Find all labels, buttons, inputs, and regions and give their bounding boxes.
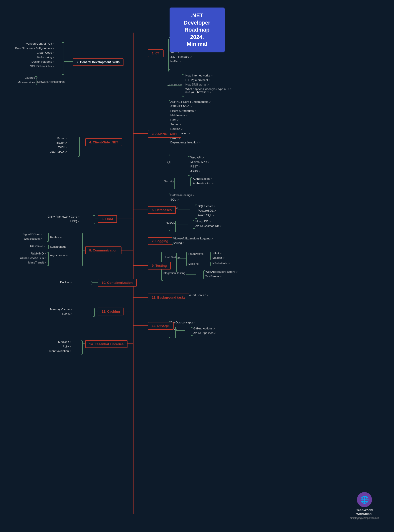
gendev-node: 2. General Development Skills — [73, 58, 123, 66]
gendev-item-1: Data Structures & Algorithms — [15, 47, 55, 50]
client-conn — [80, 142, 85, 142]
db-hline — [133, 210, 148, 210]
esslib-conn — [83, 343, 85, 344]
gendev-item-3: Refactoring — [15, 56, 55, 59]
security-label: Security — [164, 180, 174, 183]
svc-items: GitHub Actions Azure Pipelines — [193, 327, 216, 334]
esslib-item-2: Fluent Validation — [48, 349, 71, 352]
orm-brace — [93, 215, 95, 224]
aspnet-label: 3. ASP.NET Core — [152, 132, 177, 136]
nosql-item-0: MongoDB — [195, 220, 222, 223]
comm-conn — [83, 250, 85, 250]
db-node: 5. Databases — [148, 206, 176, 214]
api-item-3: JSON — [190, 169, 210, 172]
client-label: 4. Client-Side .NET — [89, 140, 118, 144]
wb-hconn — [167, 85, 182, 85]
arch-items: Layered Microservices — [18, 76, 38, 84]
aspnet-hline — [133, 133, 148, 134]
svc-item-1: Azure Pipelines — [193, 331, 216, 334]
devops-node: 13. DevOps — [148, 322, 174, 330]
devops-main-items: DevOps concepts — [170, 321, 196, 324]
esslib-node: 14. Essential Libraries — [85, 340, 127, 348]
log-item-0: Microsoft.Extensions.Logging — [173, 237, 213, 240]
int-label: Integration Testing — [163, 272, 185, 275]
main-container: .NET Developer Roadmap 2024. Minimal 1. … — [0, 0, 394, 532]
esslib-item-0: MediatR — [48, 340, 71, 343]
cache-conn — [95, 311, 98, 311]
devops-item-0: DevOps concepts — [170, 321, 196, 324]
api-hconn — [171, 163, 183, 163]
sec-brace — [190, 177, 192, 186]
arch-label: Software Architectures — [37, 80, 65, 83]
wb-vconn — [167, 85, 167, 134]
log-items: Microsoft.Extensions.Logging Serilog — [173, 237, 213, 244]
wb-item-2: How DNS works — [185, 83, 235, 86]
aspnet-item-3: Middleware — [170, 114, 211, 117]
api-brace — [188, 156, 190, 176]
fw-items: xUnit MSTest — [212, 252, 225, 259]
mock-items: NSubstitute — [212, 262, 230, 265]
wb-item-1: HTTP(S) protocol — [185, 78, 235, 81]
test-node: 9. Testing — [148, 262, 171, 270]
async-label: Asynchronous — [50, 254, 68, 257]
csharp-item-5: NuGet — [170, 60, 197, 63]
bg-label: 11. Background tasks — [152, 296, 185, 299]
cache-item-1: Redis — [50, 312, 72, 315]
log-node: 7. Logging — [148, 237, 172, 245]
client-item-2: WPF — [50, 146, 67, 149]
cache-node: 12. Caching — [98, 308, 124, 315]
gendev-item-5: SOLID Principles — [15, 65, 55, 68]
int-hconn — [186, 274, 196, 275]
gendev-conn — [64, 61, 73, 62]
api-item-2: REST — [190, 165, 210, 168]
db-item-1: SQL — [170, 198, 195, 201]
csharp-item-4: .NET Standard — [170, 55, 197, 58]
gendev-label: 2. General Development Skills — [77, 60, 119, 64]
orm-item-0: Entity Framework Core — [48, 215, 80, 218]
rel-item-2: Azure SQL — [198, 214, 216, 217]
async-item-0: RabbitMQ — [20, 252, 46, 255]
client-brace — [78, 137, 80, 157]
page-title: .NET Developer Roadmap 2024. Minimal — [170, 8, 225, 52]
aspnet-item-5: Server — [170, 123, 211, 126]
sync-item-0: HttpClient — [30, 245, 45, 248]
nosql-vconn — [175, 221, 176, 232]
api-item-0: Web API — [190, 156, 210, 159]
test-label: 9. Testing — [152, 264, 167, 268]
rel-item-0: SQL Server — [198, 205, 216, 208]
client-items: Razor Blazor WPF .NET MAUI — [50, 137, 67, 153]
nosql-items: MongoDB Azure Cosmos DB — [195, 220, 222, 227]
comm-main-brace — [81, 233, 83, 266]
sec-hconn — [174, 182, 187, 182]
db-items: Database design SQL — [170, 194, 195, 201]
api-item-1: Minimal APIs — [190, 160, 210, 163]
gendev-brace — [62, 42, 64, 75]
nosql-label: NoSQL — [166, 221, 175, 224]
mock-item-0: NSubstitute — [212, 262, 230, 265]
rel-items: SQL Server PostgreSQL Azure SQL — [198, 205, 216, 217]
cont-items: Docker — [60, 281, 72, 284]
client-item-3: .NET MAUI — [50, 150, 67, 153]
client-node: 4. Client-Side .NET — [85, 138, 122, 146]
orm-item-1: LINQ — [48, 220, 80, 223]
rt-item-1: WebSockets — [23, 237, 42, 240]
title-text: .NET Developer Roadmap 2024. Minimal — [184, 12, 210, 47]
svc-hconn — [175, 330, 185, 331]
rt-brace — [47, 233, 49, 242]
aspnet-item-0: ASP.NET Core Fundamentals — [170, 100, 211, 103]
nosql-item-1: Azure Cosmos DB — [195, 224, 222, 227]
esslib-item-1: Polly — [48, 345, 71, 348]
test-hline — [133, 265, 148, 266]
fw-item-0: xUnit — [212, 252, 225, 255]
esslib-label: 14. Essential Libraries — [89, 342, 123, 346]
rt-items: SignalR Core WebSockets — [23, 233, 42, 240]
int-item-1: TestServer — [205, 275, 238, 278]
sync-items: HttpClient — [30, 245, 45, 248]
aspnet-item-2: Filters & Attributes — [170, 109, 211, 112]
int-brace — [203, 270, 205, 279]
sync-label: Synchronous — [50, 245, 66, 248]
comm-node: 8. Communication — [85, 246, 121, 254]
client-item-0: Razor — [50, 137, 67, 140]
int-vconn — [186, 271, 186, 282]
log-hline — [133, 241, 148, 241]
